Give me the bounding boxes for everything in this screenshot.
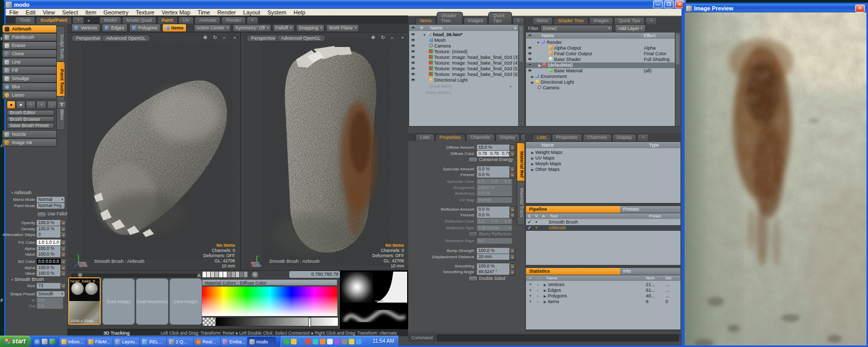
- value-gradient-bar[interactable]: [215, 317, 338, 326]
- visibility-toggle[interactable]: [411, 61, 415, 65]
- new-scene-row[interactable]: (new scene): [409, 90, 519, 96]
- swatch[interactable]: [219, 272, 223, 277]
- tab-properties[interactable]: Properties: [552, 134, 582, 141]
- tree-row[interactable]: Directional Light: [409, 77, 519, 83]
- scrollbar[interactable]: [518, 25, 524, 126]
- viewport-menu-arrow-icon[interactable]: ▸: [402, 35, 404, 40]
- stone-mesh-left[interactable]: [82, 43, 233, 260]
- tab-shader-tree[interactable]: Shader Tree: [437, 12, 463, 24]
- expand-plus[interactable]: +: [529, 293, 532, 298]
- swatch[interactable]: [211, 272, 214, 277]
- add-tab-button[interactable]: +: [513, 17, 524, 24]
- swatch[interactable]: [240, 272, 243, 277]
- tab-channels[interactable]: Channels: [466, 134, 495, 141]
- task-button[interactable]: Real...: [193, 337, 223, 347]
- spinner[interactable]: ◂▸: [509, 269, 515, 276]
- visibility-toggle[interactable]: [528, 46, 532, 50]
- tab-quick-tips[interactable]: Quick Tips: [488, 12, 512, 24]
- list-options-icon[interactable]: ≡: [514, 25, 517, 31]
- visibility-toggle[interactable]: [411, 39, 415, 42]
- modo-titlebar[interactable]: modo — ❐ ✕: [4, 0, 686, 9]
- menu-select[interactable]: Select: [58, 9, 82, 15]
- use-falloff-checkbox[interactable]: [37, 212, 47, 217]
- visibility-toggle[interactable]: [528, 64, 532, 67]
- tab-display[interactable]: Display: [612, 134, 637, 141]
- pipeline-presets-header[interactable]: Presets: [620, 206, 680, 213]
- attenuation-spinner[interactable]: ◂▸: [60, 232, 66, 239]
- side-tab-sculpt-tools[interactable]: Sculpt Tools: [56, 26, 65, 67]
- tree-row[interactable]: Texture: Image: head_bake_final_02d (5): [409, 66, 519, 72]
- load-image-slot[interactable]: (load image): [102, 278, 135, 325]
- bg-value-field[interactable]: 100.0 %: [37, 271, 63, 276]
- menu-layout[interactable]: Layout: [239, 9, 264, 15]
- color-value-field[interactable]: 0.780.780.78: [289, 271, 340, 278]
- task-button[interactable]: Layou...: [113, 337, 143, 347]
- visibility-toggle[interactable]: [411, 44, 415, 48]
- viewport-shading-pill[interactable]: Advanced OpenGL: [101, 35, 150, 42]
- tree-row[interactable]: Texture: Image: head_bake_final_02d (4): [409, 60, 519, 66]
- tray-icon[interactable]: [356, 339, 362, 344]
- swatch[interactable]: [227, 272, 231, 277]
- list-item[interactable]: ▶ Other Maps: [526, 167, 680, 172]
- tab-images[interactable]: Images: [463, 17, 488, 24]
- blend-mode-select[interactable]: Normal▾: [37, 197, 65, 202]
- collapse-minus[interactable]: -: [537, 288, 538, 293]
- restore-button[interactable]: ❐: [664, 1, 674, 8]
- tree-row[interactable]: Texture: Image: head_bake_final_02d (6): [409, 72, 519, 77]
- density-field[interactable]: 100.0 %: [37, 226, 63, 232]
- collapse-minus[interactable]: -: [537, 299, 538, 304]
- star-brush-icon[interactable]: ✦: [36, 101, 47, 109]
- list-item[interactable]: ▶ Morph Maps: [526, 161, 680, 167]
- tray-icon[interactable]: [313, 339, 318, 344]
- tab-channels[interactable]: Channels: [583, 134, 612, 141]
- filter-dropdown[interactable]: (none)▾: [540, 25, 613, 33]
- name-column-header[interactable]: Name: [430, 25, 443, 30]
- viewport-left[interactable]: Perspective Advanced OpenGL ✥ ↻ ⌕ ▸: [67, 33, 241, 270]
- task-button[interactable]: FileM...: [86, 337, 116, 347]
- smooth-brush-section-header[interactable]: ▾ Smooth Brush: [11, 277, 44, 282]
- table-row[interactable]: +-▶ Vertices21......: [526, 282, 680, 288]
- statistics-header[interactable]: Statistics: [526, 268, 620, 275]
- tool-nozzle[interactable]: Nozzle: [2, 130, 57, 138]
- tray-icon[interactable]: [305, 339, 311, 344]
- table-row[interactable]: +-▶ Polygons40......: [526, 293, 680, 299]
- airbrush-section-header[interactable]: ▾ Airbrush: [11, 190, 32, 195]
- tab-overflow-arrow-icon[interactable]: ▸: [88, 18, 90, 23]
- scrollbar[interactable]: [675, 33, 680, 126]
- tray-icon[interactable]: [298, 339, 304, 344]
- tray-icon[interactable]: [291, 339, 297, 344]
- list-item[interactable]: ▶ Weight Maps: [526, 150, 680, 155]
- tool-airbrush[interactable]: Airbrush: [2, 25, 57, 33]
- tool-lasso[interactable]: Lasso: [2, 91, 57, 99]
- tool-eraser[interactable]: Eraser: [2, 41, 57, 50]
- visibility-toggle[interactable]: [411, 67, 415, 70]
- expand-plus[interactable]: +: [529, 288, 532, 293]
- table-row[interactable]: +-▶ Items80: [526, 299, 680, 305]
- tray-icon[interactable]: [342, 339, 347, 344]
- tree-row[interactable]: Base Material(all): [526, 68, 675, 74]
- tab-properties[interactable]: Properties: [435, 134, 466, 141]
- layout-tab-model-quad[interactable]: Model Quad: [122, 17, 157, 24]
- visibility-toggle[interactable]: [528, 69, 532, 72]
- mode-polygons-button[interactable]: Polygons: [129, 24, 161, 32]
- fg-value-field[interactable]: 100.0 %: [37, 251, 63, 257]
- clip-scroll-slider[interactable]: [71, 274, 197, 277]
- clock[interactable]: 11:54 AM: [373, 338, 394, 344]
- attenuation-steps-field[interactable]: 0: [37, 232, 63, 238]
- mode-items-button[interactable]: Items: [162, 24, 187, 32]
- tool-clone[interactable]: Clone: [2, 50, 57, 58]
- viewport-nav-icons[interactable]: ✥ ↻ ⌕: [203, 35, 228, 41]
- tab-items[interactable]: Items: [415, 17, 436, 24]
- statistics-info-header[interactable]: Info: [620, 268, 680, 275]
- tree-row[interactable]: Camera: [409, 43, 519, 49]
- hue-saturation-gradient[interactable]: [202, 287, 337, 316]
- specular-amount-field[interactable]: 0.0 %: [477, 166, 512, 172]
- viewport-menu-arrow-icon[interactable]: ▸: [234, 35, 236, 40]
- task-button[interactable]: Inbox...: [59, 337, 89, 347]
- fg-color-field[interactable]: 1.0 1.0 1.0: [37, 240, 63, 245]
- alpha-checker[interactable]: [202, 317, 216, 326]
- swatch[interactable]: [203, 272, 206, 277]
- visibility-toggle[interactable]: [411, 33, 415, 36]
- tray-icon[interactable]: [284, 339, 289, 344]
- snapping-dropdown[interactable]: Snapping▾: [296, 24, 325, 32]
